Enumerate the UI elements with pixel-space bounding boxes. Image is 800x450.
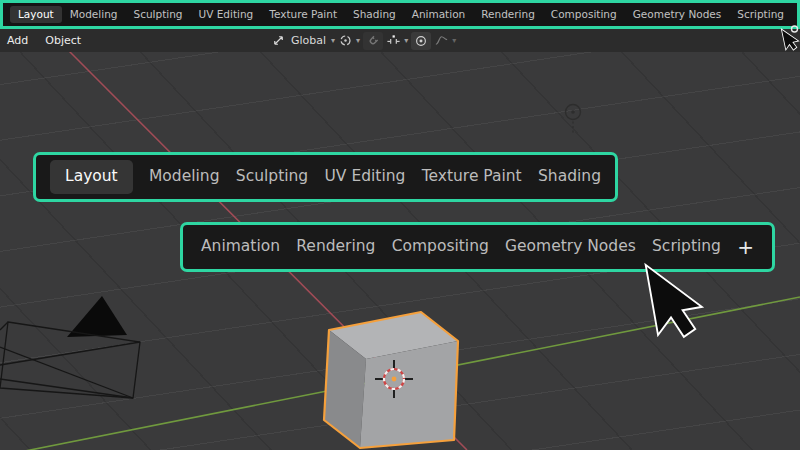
tab-layout[interactable]: Layout	[10, 6, 62, 23]
tab-uv-editing[interactable]: UV Editing	[191, 6, 262, 23]
object-menu[interactable]: Object	[45, 35, 81, 46]
chevron-down-icon: ▾	[331, 37, 335, 45]
proportional-editing-toggle[interactable]	[411, 32, 431, 50]
tab-animation[interactable]: Animation	[404, 6, 474, 23]
callout-tab-layout[interactable]: Layout	[50, 160, 133, 194]
transform-orientation-dropdown[interactable]: Global ▾	[271, 33, 335, 48]
light-dot	[571, 110, 575, 114]
object-origin-dot	[392, 377, 397, 382]
tab-sculpting[interactable]: Sculpting	[125, 6, 190, 23]
tab-modeling[interactable]: Modeling	[62, 6, 126, 23]
tab-scripting[interactable]: Scripting	[729, 6, 792, 23]
camera-frustum-edge	[0, 342, 140, 365]
mouse-cursor	[620, 258, 710, 353]
tab-rendering[interactable]: Rendering	[473, 6, 543, 23]
callout-tab-geometry-nodes[interactable]: Geometry Nodes	[505, 239, 636, 255]
viewport-header: Add Object Global ▾ ▾	[0, 29, 800, 52]
chevron-down-icon: ▾	[404, 37, 408, 45]
tab-texture-paint[interactable]: Texture Paint	[261, 6, 345, 23]
callout-tab-animation[interactable]: Animation	[201, 239, 280, 255]
small-busy-cursor-icon	[778, 23, 800, 53]
snap-magnet-icon	[366, 34, 380, 48]
tab-compositing[interactable]: Compositing	[543, 6, 625, 23]
workspace-tabs-callout-1: Layout Modeling Sculpting UV Editing Tex…	[33, 152, 618, 202]
tab-shading[interactable]: Shading	[345, 6, 404, 23]
pivot-point-icon	[338, 33, 353, 48]
add-menu[interactable]: Add	[7, 35, 28, 46]
callout-tab-scripting[interactable]: Scripting	[652, 239, 721, 255]
callout-tab-texture-paint[interactable]: Texture Paint	[422, 169, 522, 185]
transform-orientation-icon	[271, 33, 286, 48]
camera-frustum-edge	[0, 379, 133, 398]
falloff-dropdown[interactable]: ▾	[434, 33, 456, 48]
callout-tab-shading[interactable]: Shading	[538, 169, 601, 185]
light-object[interactable]	[566, 105, 581, 135]
callout-tab-modeling[interactable]: Modeling	[149, 169, 220, 185]
chevron-down-icon: ▾	[356, 37, 360, 45]
callout-tab-rendering[interactable]: Rendering	[296, 239, 375, 255]
snap-target-icon	[386, 33, 401, 48]
proportional-editing-icon	[414, 34, 428, 48]
add-workspace-button-callout[interactable]: +	[737, 237, 754, 257]
cube-object[interactable]	[324, 312, 458, 448]
falloff-curve-icon	[434, 33, 449, 48]
callout-tab-sculpting[interactable]: Sculpting	[236, 169, 308, 185]
workspace-tab-bar: Layout Modeling Sculpting UV Editing Tex…	[0, 0, 800, 29]
tab-geometry-nodes[interactable]: Geometry Nodes	[625, 6, 730, 23]
callout-tab-compositing[interactable]: Compositing	[392, 239, 489, 255]
pivot-point-dropdown[interactable]: ▾	[338, 33, 360, 48]
camera-up-triangle	[67, 296, 127, 337]
transform-orientation-value: Global	[291, 35, 326, 46]
snap-toggle-button[interactable]	[363, 32, 383, 50]
snap-target-dropdown[interactable]: ▾	[386, 33, 408, 48]
camera-object[interactable]	[0, 296, 140, 398]
chevron-down-icon: ▾	[452, 37, 456, 45]
callout-tab-uv-editing[interactable]: UV Editing	[325, 169, 406, 185]
